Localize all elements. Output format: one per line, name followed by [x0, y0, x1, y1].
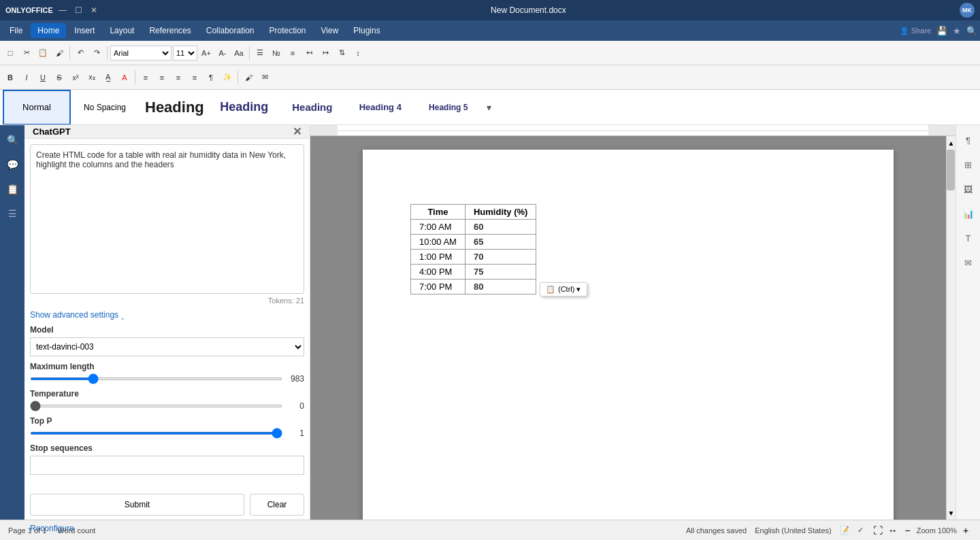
style-normal[interactable]: Normal [3, 90, 71, 125]
justify-button[interactable]: ≡ [187, 70, 202, 85]
chatgpt-close-button[interactable]: ✕ [293, 125, 301, 138]
chart-sidebar-icon[interactable]: 📊 [959, 204, 978, 223]
align-center-button[interactable]: ≡ [154, 70, 169, 85]
align-right-button[interactable]: ≡ [171, 70, 186, 85]
strikethrough-button[interactable]: S [52, 70, 67, 85]
fit-width-button[interactable]: ↔ [887, 524, 899, 537]
close-icon[interactable]: ✕ [91, 5, 97, 15]
temperature-slider[interactable] [30, 405, 282, 407]
scroll-down-button[interactable]: ▼ [947, 506, 956, 520]
spell-check-icon[interactable]: ✓ [858, 526, 864, 535]
menu-file[interactable]: File [3, 23, 29, 38]
text-sidebar-icon[interactable]: T [959, 229, 978, 248]
style-heading1[interactable]: Heading [139, 90, 210, 125]
top-p-slider[interactable] [30, 432, 282, 435]
zoom-out-button[interactable]: − [902, 524, 914, 537]
window-controls[interactable]: — ☐ ✕ [59, 5, 97, 15]
cut-button[interactable]: ✂ [19, 46, 34, 61]
subscript-button[interactable]: x₂ [84, 70, 99, 85]
ctrl-popup[interactable]: 📋 (Ctrl) ▾ [540, 282, 587, 297]
increase-font-button[interactable]: A+ [199, 46, 214, 61]
table-sidebar-icon[interactable]: ⊞ [959, 155, 978, 174]
increase-indent-button[interactable]: ↦ [318, 46, 333, 61]
clear-button[interactable]: Clear [250, 494, 304, 516]
style-heading4[interactable]: Heading 4 [346, 90, 414, 125]
numbering-button[interactable]: № [269, 46, 284, 61]
styles-button[interactable]: 🖌 [241, 70, 256, 85]
superscript-button[interactable]: x² [68, 70, 83, 85]
fit-page-button[interactable]: ⛶ [872, 524, 884, 537]
sidebar-comment-icon[interactable]: 💬 [3, 155, 22, 174]
top-p-field-group: Top P 1 [30, 416, 304, 438]
show-advanced-toggle[interactable]: Show advanced settings ‸ [30, 307, 304, 322]
menu-layout[interactable]: Layout [103, 23, 141, 38]
menu-references[interactable]: References [142, 23, 197, 38]
mail-sidebar-icon[interactable]: ✉ [959, 253, 978, 272]
font-family-select[interactable]: Arial [110, 46, 172, 61]
sort-button[interactable]: ⇅ [334, 46, 349, 61]
avatar[interactable]: MK [960, 3, 975, 18]
menu-protection[interactable]: Protection [263, 23, 313, 38]
bold-button[interactable]: B [3, 70, 18, 85]
max-length-slider[interactable] [30, 377, 282, 380]
sidebar-navigation-icon[interactable]: 📋 [3, 180, 22, 199]
italic-button[interactable]: I [19, 70, 34, 85]
bullets-button[interactable]: ☰ [252, 46, 267, 61]
style-heading2[interactable]: Heading [210, 90, 278, 125]
style-no-spacing[interactable]: No Spacing [71, 90, 139, 125]
scroll-up-button[interactable]: ▲ [947, 136, 956, 150]
change-case-button[interactable]: Aa [231, 46, 246, 61]
scroll-thumb[interactable] [947, 150, 955, 190]
menu-insert[interactable]: Insert [67, 23, 101, 38]
decrease-font-button[interactable]: A- [215, 46, 230, 61]
minimize-icon[interactable]: — [59, 5, 67, 15]
paste-button[interactable]: 📋 [35, 46, 50, 61]
document-page: Time Humidity (%) 7:00 AM 60 10:00 AM [363, 150, 894, 520]
clear-format-button[interactable]: ✨ [220, 70, 235, 85]
table-row: 1:00 PM 70 [411, 250, 536, 265]
style-gallery-more-arrow[interactable]: ▾ [483, 90, 496, 125]
model-select[interactable]: text-davinci-003 gpt-3.5-turbo gpt-4 [30, 337, 304, 356]
sidebar-list-icon[interactable]: ☰ [3, 204, 22, 223]
chatgpt-prompt-input[interactable]: Create HTML code for a table with real a… [30, 144, 304, 294]
font-color-button[interactable]: A [117, 70, 132, 85]
copy-button[interactable]: □ [3, 46, 18, 61]
vertical-scrollbar[interactable]: ▲ ▼ [946, 136, 956, 520]
max-length-value: 983 [288, 374, 304, 384]
format-painter-button[interactable]: 🖌 [52, 46, 67, 61]
highlight-button[interactable]: A̲ [101, 70, 116, 85]
menu-plugins[interactable]: Plugins [346, 23, 387, 38]
separator [238, 71, 238, 84]
image-sidebar-icon[interactable]: 🖼 [959, 180, 978, 199]
decrease-indent-button[interactable]: ↤ [301, 46, 316, 61]
chatgpt-header: ChatGPT ✕ [24, 125, 310, 139]
menu-home[interactable]: Home [31, 23, 66, 38]
pilcrow-button[interactable]: ¶ [203, 70, 218, 85]
search-menu-icon[interactable]: 🔍 [966, 26, 977, 36]
redo-button[interactable]: ↷ [89, 46, 104, 61]
line-spacing-button[interactable]: ↕ [350, 46, 365, 61]
word-count-label[interactable]: Word count [57, 526, 95, 535]
menu-view[interactable]: View [314, 23, 346, 38]
stop-sequences-input[interactable] [30, 456, 304, 475]
style-heading5[interactable]: Heading 5 [414, 90, 483, 125]
multilevel-button[interactable]: ≡ [285, 46, 300, 61]
sidebar-search-icon[interactable]: 🔍 [3, 131, 22, 150]
font-size-select[interactable]: 11 [173, 46, 197, 61]
pilcrow-sidebar-icon[interactable]: ¶ [959, 131, 978, 150]
humidity-table[interactable]: Time Humidity (%) 7:00 AM 60 10:00 AM [410, 204, 536, 294]
track-changes-icon: 📝 [840, 526, 849, 535]
separator [69, 46, 70, 60]
zoom-in-button[interactable]: + [960, 524, 972, 537]
restore-icon[interactable]: ☐ [75, 5, 82, 15]
menu-collaboration[interactable]: Collaboration [199, 23, 261, 38]
undo-button[interactable]: ↶ [73, 46, 88, 61]
underline-button[interactable]: U [35, 70, 50, 85]
max-length-slider-row: 983 [30, 374, 304, 384]
language-selector[interactable]: English (United States) [755, 526, 832, 535]
align-left-button[interactable]: ≡ [138, 70, 153, 85]
share-button[interactable]: 👤 Share [900, 27, 931, 35]
mail-merge-button[interactable]: ✉ [257, 70, 272, 85]
style-heading3[interactable]: Heading [278, 90, 346, 125]
submit-button[interactable]: Submit [30, 494, 244, 516]
